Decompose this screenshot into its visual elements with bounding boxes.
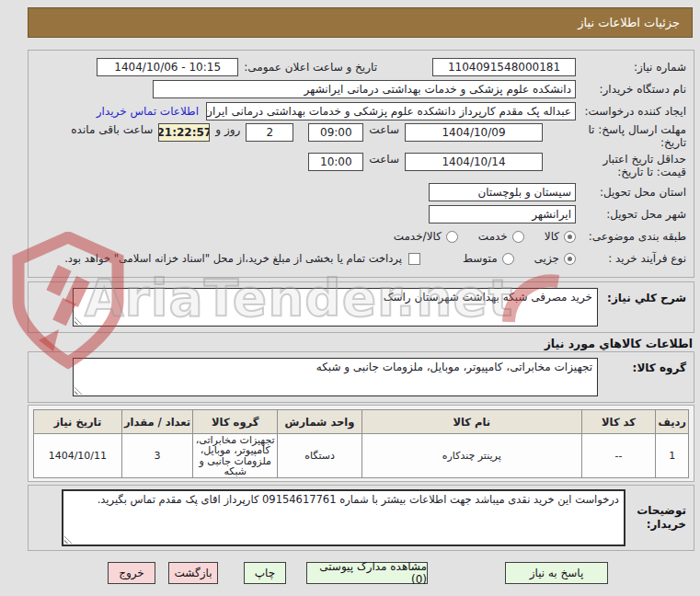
print-button[interactable]: چاپ [244, 562, 286, 584]
tender-detail-page: جزئیات اطلاعات نیاز شماره نیاز: 11040915… [0, 0, 700, 596]
request-creator-field[interactable]: عبداله پک مقدم کارپرداز دانشکده علوم پزش… [206, 102, 576, 120]
col-group: گروه کالا [193, 410, 278, 434]
response-deadline-row: مهلت ارسال پاسخ: تا تاریخ: 1404/10/09 سا… [34, 123, 686, 151]
cell-name: پرینتر چندکاره [361, 434, 581, 478]
radio-goods-service-label: کالا/خدمت [394, 230, 442, 243]
countdown-label: ساعت باقی مانده [71, 123, 153, 136]
buyer-notes-section: توضیحات خریدار: درخواست این خرید نقدی می… [28, 485, 694, 551]
col-date: تاریخ نیاز [34, 410, 122, 434]
goods-info-title: اطلاعات کالاهاي مورد نیاز [545, 337, 693, 350]
need-number-row: شماره نیاز: 1104091548000181 تاریخ و ساع… [34, 57, 686, 77]
radio-minor[interactable] [564, 253, 576, 265]
goods-table-section: ردیف کد کالا نام کالا واحد شمارش گروه کا… [28, 405, 694, 482]
back-button[interactable]: بازگشت [168, 562, 218, 584]
radio-goods[interactable] [564, 231, 576, 243]
price-validity-label: حداقل تاریخ اعتبار قیمت: تا تاریخ: [576, 153, 686, 178]
exit-button[interactable]: خروج [108, 562, 155, 584]
purchase-process-label: نوع فرآیند خرید : [576, 252, 686, 265]
deadline-time-field[interactable]: 09:00 [308, 123, 363, 142]
validity-hour-label: ساعت [369, 153, 399, 166]
subject-class-label: طبقه بندی موضوعی: [576, 230, 686, 243]
request-creator-row: ایجاد کننده درخواست: عبداله پک مقدم کارپ… [34, 101, 686, 121]
cell-date: 1404/10/11 [34, 434, 122, 478]
cell-code: -- [581, 434, 656, 478]
province-field[interactable]: سیستان و بلوچستان [429, 183, 576, 201]
need-number-label: شماره نیاز: [576, 61, 686, 74]
days-label: روز و [215, 123, 240, 136]
buyer-name-label: نام دستگاه خریدار: [576, 83, 686, 96]
buyer-name-row: نام دستگاه خریدار: دانشکده علوم پزشکی و … [34, 79, 686, 99]
buyer-notes-textarea[interactable]: درخواست این خرید نقدی میباشد جهت اطلاعات… [62, 489, 625, 546]
province-label: استان محل تحویل: [576, 186, 686, 199]
action-button-bar: پاسخ به نیاز مشاهده مدارک پیوستی (0) چاپ… [0, 562, 700, 584]
deadline-hour-label: ساعت [369, 123, 399, 136]
city-field[interactable]: ایرانشهر [429, 205, 576, 224]
announce-datetime-label: تاریخ و ساعت اعلان عمومی: [244, 61, 377, 74]
days-remaining-field[interactable]: 2 [246, 123, 293, 142]
radio-medium[interactable] [502, 253, 514, 265]
goods-group-textarea[interactable]: تجهیزات مخابراتی، کامپیوتر، موبایل، ملزو… [73, 358, 598, 396]
respond-button[interactable]: پاسخ به نیاز [505, 562, 608, 584]
col-unit: واحد شمارش [278, 410, 362, 434]
validity-time-field[interactable]: 10:00 [308, 153, 363, 171]
goods-table-header-row: ردیف کد کالا نام کالا واحد شمارش گروه کا… [34, 410, 689, 434]
general-desc-section: شرح کلي نیاز: خرید مصرفی شبکه بهداشت شهر… [28, 281, 694, 333]
radio-medium-label: متوسط [463, 252, 498, 265]
deadline-date-field[interactable]: 1404/10/09 [405, 123, 543, 142]
main-info-section: شماره نیاز: 1104091548000181 تاریخ و ساع… [28, 50, 694, 278]
city-label: شهر محل تحویل: [576, 208, 686, 221]
province-row: استان محل تحویل: سیستان و بلوچستان [34, 182, 686, 202]
buyer-name-field[interactable]: دانشکده علوم پزشکی و خدمات بهداشتی درمان… [153, 80, 576, 98]
request-creator-label: ایجاد کننده درخواست: [576, 105, 686, 118]
col-code: کد کالا [581, 410, 656, 434]
goods-group-label: گروه کالا: [598, 358, 686, 374]
col-name: نام کالا [361, 410, 581, 434]
cell-row: 1 [656, 434, 689, 478]
validity-date-field[interactable]: 1404/10/14 [405, 153, 543, 171]
view-attachments-button[interactable]: مشاهده مدارک پیوستی (0) [306, 562, 428, 584]
radio-service[interactable] [512, 231, 524, 243]
buyer-notes-label: توضیحات خریدار: [625, 504, 686, 532]
cell-group: تجهیزات مخابراتی، کامپیوتر، موبایل، ملزو… [193, 434, 278, 478]
city-row: شهر محل تحویل: ایرانشهر [34, 204, 686, 224]
cell-qty: 3 [121, 434, 193, 478]
treasury-note: پرداخت تمام یا بخشی از مبلغ خرید،از محل … [64, 252, 402, 265]
general-desc-label: شرح کلي نیاز: [598, 288, 686, 304]
general-desc-textarea[interactable]: خرید مصرفی شبکه بهداشت شهرستان راسک [73, 288, 598, 327]
radio-goods-label: کالا [545, 230, 559, 243]
announce-datetime-field[interactable]: 1404/10/06 - 10:15 [97, 58, 238, 76]
col-row: ردیف [656, 410, 689, 434]
radio-minor-label: جزیی [534, 252, 559, 265]
countdown-timer: 21:22:57 [158, 123, 210, 142]
treasury-checkbox[interactable] [408, 253, 420, 265]
subject-class-row: طبقه بندی موضوعی: کالا خدمت کالا/خدمت [34, 226, 686, 246]
goods-table: ردیف کد کالا نام کالا واحد شمارش گروه کا… [33, 409, 689, 478]
response-deadline-label: مهلت ارسال پاسخ: تا تاریخ: [576, 123, 686, 149]
page-title: جزئیات اطلاعات نیاز [28, 7, 693, 38]
buyer-contact-link[interactable]: اطلاعات تماس خریدار [97, 105, 199, 118]
need-number-field[interactable]: 1104091548000181 [432, 58, 576, 76]
purchase-process-row: نوع فرآیند خرید : جزیی متوسط پرداخت تمام… [34, 248, 686, 269]
col-qty: تعداد / مقدار [121, 410, 193, 434]
goods-table-row: 1 -- پرینتر چندکاره دستگاه تجهیزات مخابر… [34, 434, 689, 478]
radio-service-label: خدمت [478, 230, 508, 243]
goods-group-section: گروه کالا: تجهیزات مخابراتی، کامپیوتر، م… [28, 351, 694, 403]
price-validity-row: حداقل تاریخ اعتبار قیمت: تا تاریخ: 1404/… [34, 153, 686, 180]
radio-goods-service[interactable] [446, 231, 458, 243]
cell-unit: دستگاه [278, 434, 362, 478]
